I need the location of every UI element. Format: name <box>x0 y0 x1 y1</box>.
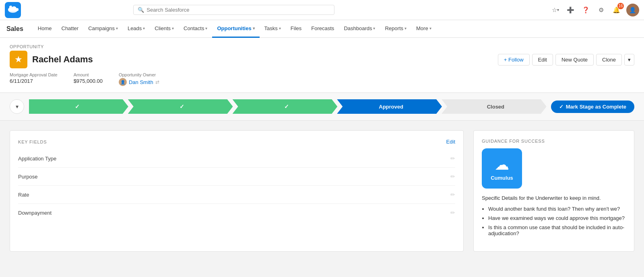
guidance-bullet-1: Would another bank fund this loan? Then … <box>488 206 626 212</box>
checkmark-icon: ✓ <box>75 103 80 110</box>
top-bar: 🔍 ☆▾ ➕ ❓ ⚙ 🔔 16 👤 <box>0 0 644 20</box>
chevron-down-icon: ▾ <box>373 26 375 31</box>
stage-section: ▾ ✓ ✓ ✓ Approved Closed ✓ Mark Stage as … <box>0 93 644 121</box>
nav-campaigns[interactable]: Campaigns ▾ <box>83 20 123 38</box>
help-icon[interactable]: ❓ <box>580 4 592 16</box>
app-name: Sales <box>3 25 27 33</box>
main-content: KEY FIELDS Edit Application Type ✏ Purpo… <box>0 121 644 261</box>
nav-leads[interactable]: Leads ▾ <box>123 20 150 38</box>
owner-avatar: 👤 <box>119 78 127 86</box>
pencil-icon[interactable]: ✏ <box>450 155 455 162</box>
chevron-down-icon: ▾ <box>405 26 407 31</box>
record-header: OPPORTUNITY ★ Rachel Adams + Follow Edit… <box>0 38 644 93</box>
more-actions-button[interactable]: ▾ <box>624 54 634 66</box>
checkmark-icon: ✓ <box>284 103 289 110</box>
chevron-down-icon: ▾ <box>143 26 145 31</box>
stage-item-1[interactable]: ✓ <box>29 99 128 114</box>
stage-item-2[interactable]: ✓ <box>128 99 233 114</box>
owner-name[interactable]: Dan Smith <box>129 79 153 85</box>
stage-item-3[interactable]: ✓ <box>233 99 338 114</box>
chevron-down-icon: ▾ <box>205 26 207 31</box>
pencil-icon[interactable]: ✏ <box>450 209 455 216</box>
search-input[interactable] <box>147 7 330 13</box>
nav-files[interactable]: Files <box>286 20 306 38</box>
record-type-label: OPPORTUNITY <box>10 44 634 49</box>
guidance-bullets: Would another bank fund this loan? Then … <box>482 206 626 236</box>
notification-count: 16 <box>617 3 624 9</box>
pencil-icon[interactable]: ✏ <box>450 173 455 180</box>
owner-field: Opportunity Owner 👤 Dan Smith ⇄ <box>119 72 159 86</box>
guidance-bullet-2: Have we examined ways we could approve t… <box>488 215 626 221</box>
field-rate: Rate ✏ <box>18 186 455 204</box>
mortgage-date-field: Mortgage Approval Date 6/11/2017 <box>10 72 58 84</box>
search-icon: 🔍 <box>138 7 144 13</box>
search-bar[interactable]: 🔍 <box>133 5 334 15</box>
stage-item-closed[interactable]: Closed <box>442 99 547 114</box>
field-application-type: Application Type ✏ <box>18 150 455 168</box>
follow-button[interactable]: + Follow <box>498 54 530 66</box>
cumulus-logo: ☁ Cumulus <box>482 148 522 189</box>
nav-clients[interactable]: Clients ▾ <box>150 20 179 38</box>
chevron-down-icon: ▾ <box>116 26 118 31</box>
record-icon: ★ <box>10 51 27 68</box>
nav-contacts[interactable]: Contacts ▾ <box>179 20 212 38</box>
mark-stage-complete-button[interactable]: ✓ Mark Stage as Complete <box>551 101 634 113</box>
chevron-down-icon: ▾ <box>253 26 255 31</box>
stages-container: ✓ ✓ ✓ Approved Closed <box>29 99 546 114</box>
notifications-icon[interactable]: 🔔 16 <box>611 4 622 16</box>
svg-point-0 <box>8 7 18 12</box>
field-purpose: Purpose ✏ <box>18 168 455 186</box>
owner-change-icon[interactable]: ⇄ <box>155 79 159 85</box>
star-icon: ★ <box>14 54 23 65</box>
nav-opportunities[interactable]: Opportunities ▾ <box>212 20 259 38</box>
field-downpayment: Downpayment ✏ <box>18 204 455 222</box>
amount-label: Amount <box>74 72 103 77</box>
guidance-panel: GUIDANCE FOR SUCCESS ☁ Cumulus Specific … <box>473 130 634 252</box>
edit-button[interactable]: Edit <box>532 54 553 66</box>
stage-toggle-button[interactable]: ▾ <box>10 99 24 114</box>
salesforce-logo[interactable] <box>5 2 21 18</box>
guidance-intro: Specific Details for the Underwriter to … <box>482 195 626 201</box>
nav-chatter[interactable]: Chatter <box>57 20 84 38</box>
top-right-actions: ☆▾ ➕ ❓ ⚙ 🔔 16 👤 <box>550 4 639 16</box>
chevron-down-icon: ▾ <box>172 26 174 31</box>
key-fields-panel: KEY FIELDS Edit Application Type ✏ Purpo… <box>10 130 464 252</box>
add-icon[interactable]: ➕ <box>565 4 576 16</box>
avatar[interactable]: 👤 <box>626 4 639 16</box>
nav-tabs: Sales Home Chatter Campaigns ▾ Leads ▾ C… <box>0 20 644 38</box>
record-meta: Mortgage Approval Date 6/11/2017 Amount … <box>10 72 634 86</box>
favorites-icon[interactable]: ☆▾ <box>550 4 561 16</box>
clone-button[interactable]: Clone <box>596 54 622 66</box>
new-quote-button[interactable]: New Quote <box>555 54 594 66</box>
guidance-section-title: GUIDANCE FOR SUCCESS <box>482 139 626 144</box>
guidance-bullet-3: Is this a common use case that should be… <box>488 224 626 236</box>
nav-reports[interactable]: Reports ▾ <box>380 20 411 38</box>
cloud-icon: ☁ <box>495 156 509 173</box>
nav-dashboards[interactable]: Dashboards ▾ <box>339 20 380 38</box>
pencil-icon[interactable]: ✏ <box>450 191 455 198</box>
owner-row: 👤 Dan Smith ⇄ <box>119 78 159 86</box>
checkmark-icon: ✓ <box>559 104 564 110</box>
nav-tasks[interactable]: Tasks ▾ <box>260 20 286 38</box>
amount-value: $975,000.00 <box>74 78 103 84</box>
stage-item-approved[interactable]: Approved <box>337 99 442 114</box>
amount-field: Amount $975,000.00 <box>74 72 103 84</box>
key-fields-section-title: KEY FIELDS Edit <box>18 139 455 145</box>
chevron-down-icon: ▾ <box>16 103 19 110</box>
record-name: Rachel Adams <box>32 54 93 65</box>
key-fields-edit-link[interactable]: Edit <box>446 139 455 145</box>
nav-home[interactable]: Home <box>33 20 57 38</box>
checkmark-icon: ✓ <box>180 103 184 110</box>
chevron-down-icon: ▾ <box>429 26 431 31</box>
record-actions: + Follow Edit New Quote Clone ▾ <box>498 54 634 66</box>
chevron-down-icon: ▾ <box>279 26 281 31</box>
mortgage-date-value: 6/11/2017 <box>10 78 58 84</box>
nav-more[interactable]: More ▾ <box>411 20 436 38</box>
owner-label: Opportunity Owner <box>119 72 159 77</box>
nav-forecasts[interactable]: Forecasts <box>306 20 339 38</box>
mortgage-date-label: Mortgage Approval Date <box>10 72 58 77</box>
settings-icon[interactable]: ⚙ <box>596 4 607 16</box>
